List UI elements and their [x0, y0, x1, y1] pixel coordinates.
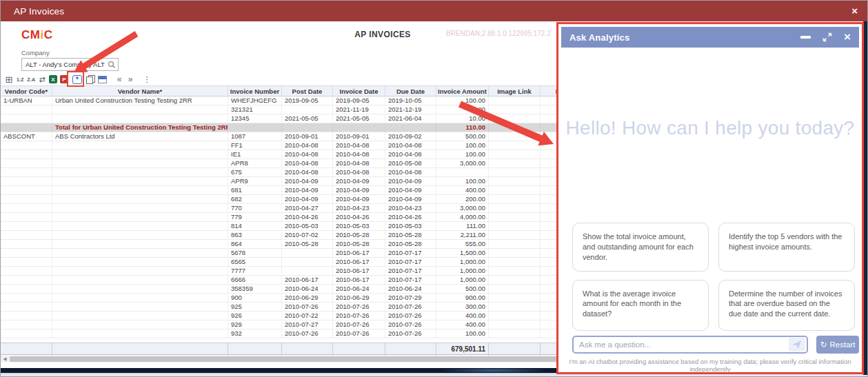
sort-ascending-icon[interactable]: 1↓Z	[16, 74, 24, 84]
cell	[1, 329, 52, 338]
column-header[interactable]: Invoice Number	[228, 86, 282, 97]
window-close-button[interactable]: ×	[851, 6, 858, 16]
cell: 2010-07-26	[385, 320, 436, 329]
column-header[interactable]: Vendor Code*	[1, 86, 52, 97]
cell: 2010-05-03	[385, 222, 436, 231]
next-page-icon[interactable]: »	[126, 74, 134, 84]
cell: 2010-04-26	[333, 213, 385, 222]
cell: 400.00	[436, 312, 489, 320]
cell: 2010-07-26	[385, 303, 436, 312]
cell: 2010-09-01	[282, 132, 333, 141]
cell: 358359	[228, 285, 282, 294]
cell: 1087	[228, 132, 282, 141]
column-header[interactable]: Post Date	[282, 86, 333, 97]
cell	[489, 249, 541, 258]
cell	[1, 141, 52, 150]
company-input[interactable]	[22, 61, 105, 68]
restart-icon: ↻	[820, 340, 827, 349]
send-button[interactable]	[789, 338, 805, 351]
sort-descending-icon[interactable]: Z↓A	[27, 74, 35, 84]
cell	[489, 240, 541, 249]
expand-button[interactable]	[822, 32, 832, 42]
cell	[489, 222, 541, 231]
excel-export-icon[interactable]: X	[49, 75, 57, 83]
scrollbar-thumb[interactable]	[10, 356, 561, 362]
cell	[489, 168, 541, 177]
greeting-text: Hello! How can I help you today?	[558, 117, 862, 139]
cell	[1, 276, 52, 285]
cell: 1-URBAN	[1, 96, 52, 105]
annotation-highlight-box	[67, 71, 84, 87]
suggestion-card[interactable]: What is the average invoice amount for e…	[572, 280, 709, 331]
grid-edit-icon[interactable]: ⊞	[5, 74, 13, 84]
grand-total-amount: 679,501.11	[436, 343, 489, 356]
cell	[489, 303, 541, 312]
cell: 500.00	[436, 132, 489, 141]
cell: 2010-05-28	[385, 231, 436, 240]
company-lov-button[interactable]	[105, 59, 118, 70]
cell: 2010-04-08	[333, 159, 385, 168]
cell	[52, 285, 228, 294]
cell	[489, 150, 541, 159]
wrap-text-icon[interactable]: ⇄	[38, 74, 46, 84]
cell	[489, 213, 541, 222]
cell	[52, 303, 228, 312]
more-options-icon[interactable]: ⋮	[143, 74, 151, 84]
question-input[interactable]	[572, 336, 808, 354]
cell: 2021-05-05	[282, 114, 333, 123]
cell: 200.00	[436, 195, 489, 204]
suggestion-card[interactable]: Show the total invoice amount, and outst…	[572, 223, 709, 272]
suggestion-text: What is the average invoice amount for e…	[583, 289, 681, 318]
previous-page-icon[interactable]: «	[115, 74, 123, 84]
cell: 100.00	[436, 150, 489, 159]
horizontal-scrollbar[interactable]: ◀	[1, 356, 566, 363]
cell	[52, 267, 228, 276]
cell: 1,500.00	[436, 249, 489, 258]
copy-icon[interactable]	[86, 75, 95, 84]
column-header[interactable]: Vendor Name*	[52, 86, 228, 97]
cell: 2010-04-08	[385, 150, 436, 159]
cell: 2010-07-17	[385, 258, 436, 267]
cell: 2010-07-26	[385, 329, 436, 338]
column-header[interactable]: Invoice Date	[333, 86, 385, 97]
cell	[489, 105, 541, 114]
cell: 2010-07-26	[333, 303, 385, 312]
suggestion-card[interactable]: Determine the number of invoices that ar…	[718, 280, 855, 331]
restart-button[interactable]: ↻ Restart	[816, 336, 859, 354]
column-header[interactable]: Image Link	[489, 86, 541, 97]
cell	[1, 123, 52, 132]
cell	[489, 294, 541, 303]
cell: 925	[228, 303, 282, 312]
cell: 900.00	[436, 294, 489, 303]
cell: 2010-04-27	[282, 204, 333, 213]
cell	[489, 177, 541, 186]
suggestion-card[interactable]: Identify the top 5 vendors with the high…	[718, 223, 855, 272]
scroll-left-icon[interactable]: ◀	[1, 356, 8, 363]
freeze-pane-icon[interactable]	[98, 76, 107, 83]
cell: 3,000.00	[436, 204, 489, 213]
cell: 400.00	[436, 186, 489, 195]
cell	[1, 204, 52, 213]
cell	[333, 123, 385, 132]
cell	[489, 267, 541, 276]
cell: 1,000.00	[436, 267, 489, 276]
cell	[1, 213, 52, 222]
column-header[interactable]: Invoice Amount	[436, 86, 489, 97]
cell: 110.00	[436, 123, 489, 132]
cell	[52, 343, 228, 356]
window-titlebar: AP Invoices ×	[1, 1, 868, 21]
cell	[489, 329, 541, 338]
cell	[489, 123, 541, 132]
cell: 900	[228, 294, 282, 303]
cell: 300.00	[436, 303, 489, 312]
panel-close-button[interactable]: ×	[844, 32, 851, 43]
cell	[489, 258, 541, 267]
cell: FF1	[228, 141, 282, 150]
minimize-button[interactable]	[800, 36, 811, 39]
cell	[1, 186, 52, 195]
cell	[52, 105, 228, 114]
cell	[489, 312, 541, 320]
cell: 863	[228, 231, 282, 240]
cell	[52, 222, 228, 231]
column-header[interactable]: Due Date	[385, 86, 436, 97]
